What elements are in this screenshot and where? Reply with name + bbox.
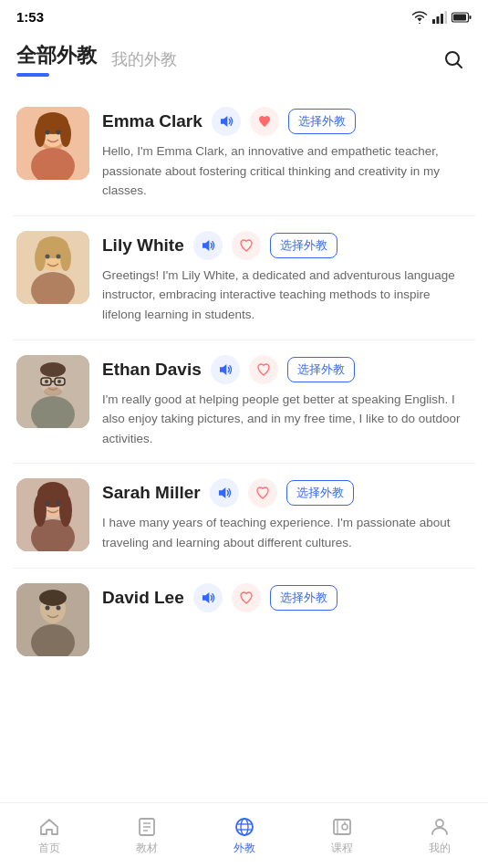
- svg-rect-5: [470, 16, 472, 19]
- speaker-icon: [218, 362, 233, 377]
- course-icon: [331, 816, 353, 838]
- teacher-name-row: Sarah Miller 选择外教: [102, 478, 472, 507]
- avatar: [16, 478, 89, 551]
- teacher-info: David Lee 选择外教: [102, 583, 472, 618]
- teacher-card: Emma Clark 选择外教 Hello, I'm Emma Clark, a…: [13, 92, 475, 216]
- favorite-button[interactable]: [248, 478, 277, 507]
- teacher-card: Lily White 选择外教 Greetings! I'm Lily Whit…: [13, 216, 475, 340]
- svg-point-65: [436, 820, 443, 827]
- tab-my-teachers[interactable]: 我的外教: [111, 48, 177, 70]
- svg-point-60: [241, 819, 248, 835]
- select-teacher-button[interactable]: 选择外教: [288, 109, 356, 134]
- teacher-desc: I have many years of teaching experience…: [102, 513, 472, 552]
- avatar: [16, 355, 89, 428]
- nav-item-material[interactable]: 教材: [121, 816, 171, 856]
- svg-rect-6: [453, 14, 466, 20]
- svg-line-8: [458, 64, 462, 68]
- svg-point-37: [44, 387, 62, 396]
- svg-point-23: [35, 246, 46, 271]
- teacher-list: Emma Clark 选择外教 Hello, I'm Emma Clark, a…: [0, 78, 488, 671]
- teacher-info: Sarah Miller 选择外教 I have many years of t…: [102, 478, 472, 552]
- teacher-card: David Lee 选择外教: [13, 569, 475, 671]
- svg-point-31: [40, 362, 66, 377]
- svg-point-52: [46, 605, 50, 610]
- favorite-button[interactable]: [232, 583, 261, 612]
- svg-point-15: [60, 121, 71, 147]
- svg-marker-38: [220, 364, 226, 375]
- nav-item-course[interactable]: 课程: [317, 816, 367, 856]
- svg-point-35: [45, 380, 48, 383]
- nav-label-material: 教材: [136, 841, 158, 856]
- svg-point-36: [57, 380, 61, 383]
- nav-item-mine[interactable]: 我的: [414, 816, 464, 856]
- profile-icon: [429, 816, 451, 838]
- heart-icon: [255, 486, 270, 500]
- svg-point-26: [57, 254, 61, 258]
- avatar: [16, 583, 89, 656]
- svg-marker-27: [202, 240, 209, 251]
- avatar: [16, 231, 89, 304]
- teacher-name: Sarah Miller: [102, 483, 201, 503]
- avatar: [16, 107, 89, 180]
- nav-item-teacher[interactable]: 外教: [219, 816, 269, 856]
- nav-label-teacher: 外教: [234, 841, 255, 856]
- svg-point-43: [34, 494, 47, 527]
- status-time: 1:53: [16, 9, 44, 25]
- svg-point-17: [57, 131, 61, 135]
- teacher-name: Ethan Davis: [102, 360, 202, 380]
- svg-rect-1: [437, 16, 440, 24]
- teacher-card: Ethan Davis 选择外教 I'm really good at help…: [13, 340, 475, 465]
- audio-button[interactable]: [212, 107, 241, 136]
- select-teacher-button[interactable]: 选择外教: [270, 585, 337, 611]
- material-icon: [136, 816, 158, 838]
- teacher-name-row: Lily White 选择外教: [102, 231, 472, 260]
- audio-button[interactable]: [211, 355, 240, 384]
- audio-button[interactable]: [210, 478, 239, 507]
- svg-point-59: [236, 819, 253, 835]
- teacher-desc: I'm really good at helping people get be…: [102, 390, 472, 449]
- heart-icon: [239, 591, 254, 605]
- speaker-icon: [219, 114, 234, 129]
- select-teacher-button[interactable]: 选择外教: [287, 357, 355, 382]
- svg-point-64: [342, 824, 348, 830]
- nav-item-home[interactable]: 首页: [24, 816, 74, 856]
- audio-button[interactable]: [193, 231, 223, 260]
- tab-all-teachers[interactable]: 全部外教: [16, 42, 97, 77]
- teacher-name-row: David Lee 选择外教: [102, 583, 472, 612]
- battery-icon: [452, 12, 472, 23]
- status-bar: 1:53: [0, 0, 488, 30]
- svg-point-14: [35, 121, 46, 147]
- globe-icon: [234, 816, 255, 838]
- svg-point-46: [57, 501, 61, 506]
- favorite-button[interactable]: [249, 355, 278, 384]
- svg-point-25: [46, 254, 50, 258]
- audio-button[interactable]: [193, 583, 223, 612]
- home-icon: [38, 816, 60, 838]
- heart-icon: [239, 238, 254, 253]
- select-teacher-button[interactable]: 选择外教: [286, 480, 354, 506]
- speaker-icon: [201, 238, 215, 253]
- bottom-nav: 首页 教材 外教 课程: [0, 802, 488, 868]
- teacher-name: David Lee: [102, 588, 184, 608]
- svg-rect-0: [432, 19, 435, 24]
- speaker-icon: [217, 486, 232, 500]
- svg-point-51: [39, 590, 67, 606]
- status-icons: [411, 11, 472, 24]
- nav-label-mine: 我的: [429, 841, 451, 856]
- favorite-button[interactable]: [232, 231, 261, 260]
- heart-icon: [256, 362, 271, 377]
- nav-label-home: 首页: [38, 841, 60, 856]
- teacher-name-row: Emma Clark 选择外教: [102, 107, 472, 136]
- svg-point-24: [60, 246, 71, 271]
- search-button[interactable]: [435, 41, 472, 78]
- teacher-info: Emma Clark 选择外教 Hello, I'm Emma Clark, a…: [102, 107, 472, 201]
- signal-icon: [432, 11, 447, 24]
- svg-rect-3: [445, 11, 448, 24]
- wifi-icon: [411, 11, 428, 24]
- header-tabs: 全部外教 我的外教: [16, 42, 177, 77]
- select-teacher-button[interactable]: 选择外教: [270, 233, 337, 258]
- tab-underline: [16, 73, 49, 77]
- svg-point-53: [57, 605, 61, 610]
- svg-rect-2: [441, 14, 443, 24]
- favorite-button[interactable]: [250, 107, 279, 136]
